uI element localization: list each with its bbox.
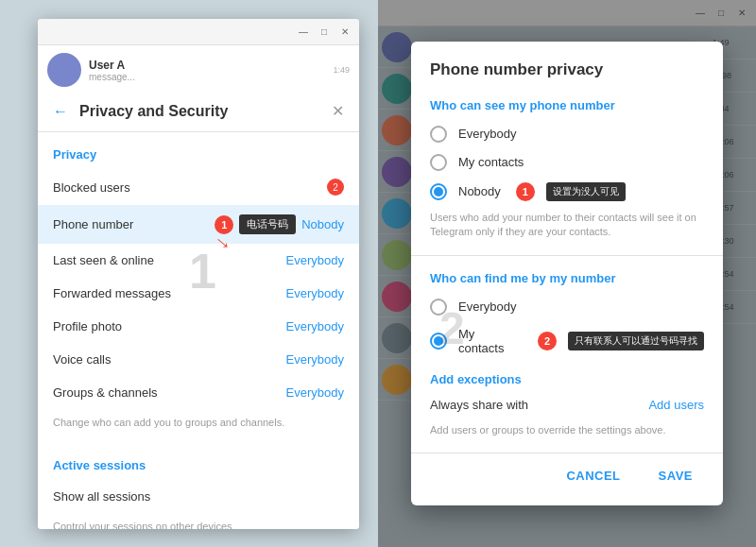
radio-nobody-see-label: Nobody bbox=[458, 184, 501, 198]
back-button[interactable]: ← bbox=[53, 103, 68, 120]
phone-privacy-dialog: Phone number privacy Who can see my phon… bbox=[411, 42, 723, 505]
forwarded-value: Everybody bbox=[286, 286, 344, 300]
menu-item-last-seen[interactable]: Last seen & online Everybody bbox=[38, 244, 359, 277]
menu-item-forwarded[interactable]: Forwarded messages Everybody bbox=[38, 277, 359, 310]
left-window: — □ ✕ User A message... 1:49 Group B mes… bbox=[38, 19, 359, 529]
menu-item-voice-calls[interactable]: Voice calls Everybody bbox=[38, 343, 359, 376]
blocked-users-badge: 2 bbox=[327, 179, 344, 196]
radio-everybody-see-circle[interactable] bbox=[430, 126, 447, 143]
section1-label: Who can see my phone number bbox=[411, 87, 723, 120]
forwarded-label: Forwarded messages bbox=[53, 286, 286, 300]
dialog-overlay: Phone number privacy Who can see my phon… bbox=[378, 0, 756, 547]
chat-info-1: User A message... bbox=[89, 59, 325, 82]
save-button[interactable]: SAVE bbox=[644, 461, 708, 490]
last-seen-value: Everybody bbox=[286, 253, 344, 267]
last-seen-label: Last seen & online bbox=[53, 253, 286, 267]
radio-nobody-see[interactable]: Nobody 1 设置为没人可见 bbox=[411, 177, 723, 207]
always-share-label: Always share with bbox=[430, 398, 648, 412]
menu-item-phone-number[interactable]: Phone number 1 电话号码 Nobody bbox=[38, 205, 359, 244]
exceptions-hint: Add users or groups to override the sett… bbox=[411, 419, 723, 453]
phone-number-tooltip: 电话号码 bbox=[239, 214, 296, 234]
radio-contacts-see-label: My contacts bbox=[458, 155, 524, 169]
add-users-btn[interactable]: Add users bbox=[648, 398, 704, 412]
voice-calls-label: Voice calls bbox=[53, 352, 286, 367]
privacy-panel: ← Privacy and Security ✕ Privacy Blocked… bbox=[38, 91, 359, 529]
nobody-tooltip: 设置为没人可见 bbox=[546, 182, 626, 201]
contacts-tooltip: 只有联系人可以通过号码寻找 bbox=[568, 332, 704, 350]
blocked-users-label: Blocked users bbox=[53, 180, 319, 195]
radio-everybody-find[interactable]: Everybody bbox=[411, 293, 723, 321]
radio-everybody-see[interactable]: Everybody bbox=[411, 120, 723, 148]
radio-nobody-see-circle[interactable] bbox=[430, 183, 447, 200]
chat-msg-1: message... bbox=[89, 72, 325, 82]
dialog-title: Phone number privacy bbox=[411, 42, 723, 87]
privacy-panel-title: Privacy and Security bbox=[79, 103, 320, 120]
radio-contacts-see-circle[interactable] bbox=[430, 154, 447, 171]
chat-item-bg-1: User A message... 1:49 bbox=[38, 45, 359, 95]
radio-contacts-see[interactable]: My contacts bbox=[411, 148, 723, 177]
privacy-section-label: Privacy bbox=[38, 132, 359, 169]
add-exceptions-section: Add exceptions Always share with Add use… bbox=[411, 361, 723, 419]
radio-contacts-find-circle[interactable] bbox=[430, 333, 447, 350]
groups-value: Everybody bbox=[286, 385, 344, 400]
menu-item-groups[interactable]: Groups & channels Everybody bbox=[38, 376, 359, 409]
menu-item-blocked-users[interactable]: Blocked users 2 bbox=[38, 169, 359, 205]
divider-1 bbox=[411, 255, 723, 256]
groups-label: Groups & channels bbox=[53, 385, 286, 400]
radio-everybody-find-circle[interactable] bbox=[430, 299, 447, 316]
right-panel: 1:49 9498 1:34 21:06 21:06 20:57 17:30 1… bbox=[378, 0, 756, 547]
left-panel: — □ ✕ User A message... 1:49 Group B mes… bbox=[0, 0, 378, 547]
contacts-annotation-badge: 2 bbox=[538, 332, 557, 350]
chat-name-1: User A bbox=[89, 59, 325, 72]
profile-photo-label: Profile photo bbox=[53, 319, 286, 333]
left-titlebar: — □ ✕ bbox=[38, 19, 359, 45]
close-btn-left[interactable]: ✕ bbox=[338, 26, 352, 39]
privacy-header: ← Privacy and Security ✕ bbox=[38, 91, 359, 132]
phone-number-value: Nobody bbox=[301, 217, 344, 231]
phone-number-label: Phone number bbox=[53, 217, 211, 231]
voice-calls-value: Everybody bbox=[286, 352, 344, 367]
add-exceptions-title: Add exceptions bbox=[430, 372, 704, 386]
menu-item-sessions[interactable]: Show all sessions bbox=[38, 480, 359, 513]
section2-label: Who can find me by my number bbox=[411, 260, 723, 293]
avatar-1 bbox=[47, 53, 81, 87]
chat-time-1: 1:49 bbox=[333, 65, 350, 75]
section1-hint: Users who add your number to their conta… bbox=[411, 207, 723, 251]
radio-everybody-see-label: Everybody bbox=[458, 127, 516, 141]
minimize-btn-left[interactable]: — bbox=[297, 26, 310, 39]
privacy-hint: Change who can add you to groups and cha… bbox=[38, 409, 359, 443]
active-sessions-label: Active sessions bbox=[38, 443, 359, 480]
maximize-btn-left[interactable]: □ bbox=[318, 26, 331, 39]
always-share-row: Always share with Add users bbox=[430, 394, 704, 416]
menu-item-profile-photo[interactable]: Profile photo Everybody bbox=[38, 310, 359, 343]
cancel-button[interactable]: CANCEL bbox=[551, 461, 635, 490]
sessions-hint: Control your sessions on other devices. bbox=[38, 513, 359, 529]
profile-photo-value: Everybody bbox=[286, 319, 344, 333]
radio-everybody-find-label: Everybody bbox=[458, 299, 516, 314]
left-chat-list-bg: User A message... 1:49 Group B message..… bbox=[38, 45, 359, 529]
radio-contacts-find-label: My contacts bbox=[458, 327, 523, 355]
sessions-label: Show all sessions bbox=[53, 489, 344, 504]
radio-contacts-find[interactable]: My contacts 2 只有联系人可以通过号码寻找 bbox=[411, 321, 723, 361]
privacy-close-btn[interactable]: ✕ bbox=[332, 102, 344, 120]
nobody-annotation-badge: 1 bbox=[516, 182, 535, 201]
dialog-actions: CANCEL SAVE bbox=[411, 453, 723, 505]
